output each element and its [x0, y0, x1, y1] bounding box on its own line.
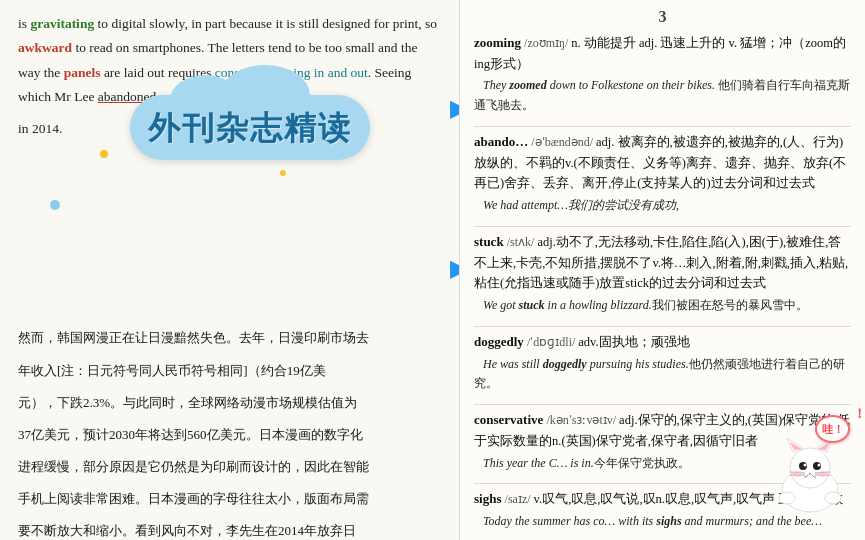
svg-point-16 [818, 471, 828, 477]
dict-word-conservative: conservative [474, 412, 543, 427]
dict-phonetic-conservative: /kənˈsɜːvətɪv/ [546, 413, 619, 427]
svg-point-18 [825, 492, 841, 504]
dict-example-doggedly: He was still doggedly pursuing his studi… [474, 355, 851, 395]
svg-point-17 [779, 492, 795, 504]
dict-word-sighs: sighs [474, 491, 501, 506]
word-awkward: awkward [18, 40, 72, 55]
cat-svg [765, 430, 855, 520]
svg-point-1 [790, 448, 830, 488]
dict-phonetic-stuck: /stʌk/ [507, 235, 538, 249]
dict-phonetic-zooming: /zoʊmɪŋ/ [524, 36, 571, 50]
dict-phonetic-abandoned: /əˈbændənd/ [531, 135, 596, 149]
dict-phonetic-sighs: /saɪz/ [505, 492, 534, 506]
dict-example-zooming: They zoomed down to Folkestone on their … [474, 76, 851, 116]
dict-pos-abandoned: adj. 被离弃的,被遗弃的,被抛弃的,(人、行为)放纵的、不羁的v.(不顾责任… [474, 135, 846, 190]
dict-entry-abandoned: abando… /əˈbændənd/ adj. 被离弃的,被遗弃的,被抛弃的,… [474, 131, 851, 216]
dict-entry-stuck: stuck /stʌk/ adj.动不了,无法移动,卡住,陷住,陷(入),困(于… [474, 231, 851, 316]
wow-bubble: 哇！ [815, 415, 850, 443]
svg-point-9 [818, 464, 821, 467]
dict-entry-doggedly: doggedly /ˈdɒɡɪdli/ adv.固执地；顽强地 He was s… [474, 331, 851, 394]
dot-decoration [100, 150, 108, 158]
right-panel: 3 zooming /zoʊmɪŋ/ n. 动能提升 adj. 迅速上升的 v.… [460, 0, 865, 540]
cloud-title: 外刊杂志精读 [148, 100, 352, 156]
dict-example-stuck: We got stuck in a howling blizzard.我们被困在… [474, 296, 851, 316]
dot-decoration [50, 200, 60, 210]
left-panel: is gravitating to digital slowly, in par… [0, 0, 460, 540]
cloud-banner: 外刊杂志精读 [130, 95, 370, 175]
exclamation: ！ [853, 405, 865, 423]
wow-text: 哇！ [822, 422, 844, 437]
dict-word-stuck: stuck [474, 234, 504, 249]
page-number: 3 [474, 8, 851, 26]
svg-point-15 [792, 471, 802, 477]
word-gravitating: gravitating [30, 16, 94, 31]
dict-word-abandoned: abando… [474, 134, 528, 149]
arrow-right: ▶ [450, 250, 460, 289]
chinese-paragraph: 然而，韩国网漫正在让日漫黯然失色。去年，日漫印刷市场去 年收入[注：日元符号同人… [18, 326, 441, 540]
cloud-shape: 外刊杂志精读 [130, 95, 370, 160]
word-panels: panels [64, 65, 101, 80]
dict-entry-zooming: zooming /zoʊmɪŋ/ n. 动能提升 adj. 迅速上升的 v. 猛… [474, 32, 851, 116]
dict-word-doggedly: doggedly [474, 334, 524, 349]
dict-example-abandoned: We had attempt…我们的尝试没有成功, [474, 196, 851, 216]
dict-pos-doggedly: adv.固执地；顽强地 [578, 335, 689, 349]
arrow-right-top: ▶ [450, 90, 460, 129]
dict-word-zooming: zooming [474, 35, 521, 50]
cat-sticker: 哇！ ！ [765, 430, 855, 520]
dict-phonetic-doggedly: /ˈdɒɡɪdli/ [527, 335, 578, 349]
svg-point-8 [804, 464, 807, 467]
